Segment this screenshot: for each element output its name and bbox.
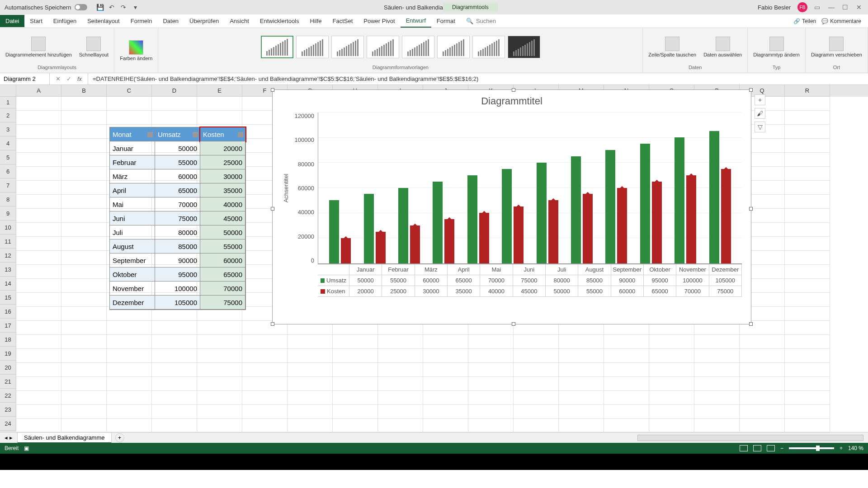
resize-handle[interactable] xyxy=(271,207,274,211)
cell[interactable] xyxy=(61,349,107,363)
bar-umsatz[interactable] xyxy=(571,156,581,263)
bar-group[interactable] xyxy=(571,156,593,263)
cell[interactable] xyxy=(559,377,604,391)
table-cell[interactable]: 35000 xyxy=(200,183,245,197)
table-cell[interactable]: 20000 xyxy=(200,141,245,155)
row-header[interactable]: 12 xyxy=(0,249,16,263)
cell[interactable] xyxy=(16,181,61,195)
cell[interactable] xyxy=(107,111,152,125)
table-cell[interactable]: März xyxy=(110,169,155,183)
table-cell[interactable]: Januar xyxy=(110,141,155,155)
comments-button[interactable]: 💬 Kommentare xyxy=(821,18,861,24)
minimize-icon[interactable]: — xyxy=(828,4,835,11)
bar-group[interactable] xyxy=(709,131,731,263)
tab-einfuegen[interactable]: Einfügen xyxy=(48,15,82,27)
cell[interactable] xyxy=(61,293,107,307)
cell[interactable] xyxy=(514,377,559,391)
bar-group[interactable] xyxy=(675,137,696,263)
cell[interactable] xyxy=(152,111,197,125)
cell[interactable] xyxy=(514,391,559,405)
row-header[interactable]: 24 xyxy=(0,417,16,431)
table-cell[interactable]: 100000 xyxy=(155,282,200,296)
horizontal-scrollbar[interactable] xyxy=(637,435,863,441)
cell[interactable] xyxy=(468,349,514,363)
tab-formeln[interactable]: Formeln xyxy=(125,15,158,27)
cell[interactable] xyxy=(16,111,61,125)
zoom-in-icon[interactable]: + xyxy=(840,445,843,451)
cell[interactable] xyxy=(785,363,830,377)
undo-icon[interactable]: ↶ xyxy=(108,4,115,11)
cell[interactable] xyxy=(16,391,61,405)
cell[interactable] xyxy=(107,321,152,335)
cell[interactable] xyxy=(61,251,107,265)
cell[interactable] xyxy=(694,405,740,419)
cell[interactable] xyxy=(152,405,197,419)
table-cell[interactable]: 50000 xyxy=(155,141,200,155)
chart-style-option[interactable] xyxy=(402,36,434,58)
cell[interactable] xyxy=(649,377,694,391)
cell[interactable] xyxy=(16,349,61,363)
chart-tools-tab[interactable]: Diagrammtools xyxy=(443,3,498,11)
resize-handle[interactable] xyxy=(271,322,274,326)
tab-start[interactable]: Start xyxy=(24,15,47,27)
bar-umsatz[interactable] xyxy=(467,175,477,263)
cell[interactable] xyxy=(694,363,740,377)
record-macro-icon[interactable]: ▣ xyxy=(24,445,29,451)
table-cell[interactable]: Dezember xyxy=(110,296,155,310)
bar-umsatz[interactable] xyxy=(640,144,650,263)
chart-style-option[interactable] xyxy=(296,36,329,58)
cell[interactable] xyxy=(16,97,61,111)
chart-data-table[interactable]: JanuarFebruarMärzAprilMaiJuniJuliAugustS… xyxy=(318,264,742,297)
table-cell[interactable]: 90000 xyxy=(155,253,200,267)
zoom-level[interactable]: 140 % xyxy=(848,445,863,451)
table-cell[interactable]: 45000 xyxy=(200,211,245,225)
select-all[interactable] xyxy=(0,85,16,97)
user-avatar[interactable]: FB xyxy=(797,2,807,12)
resize-handle[interactable] xyxy=(512,322,515,326)
cell[interactable] xyxy=(604,335,649,349)
cell[interactable] xyxy=(61,363,107,377)
cell[interactable] xyxy=(785,223,830,237)
cell[interactable] xyxy=(559,349,604,363)
zoom-slider[interactable] xyxy=(789,447,834,449)
tab-format[interactable]: Format xyxy=(431,15,461,27)
cell[interactable] xyxy=(514,335,559,349)
cell[interactable] xyxy=(242,419,288,433)
cell[interactable] xyxy=(649,419,694,433)
cell[interactable] xyxy=(785,139,830,153)
cell[interactable] xyxy=(604,419,649,433)
sheet-nav-next-icon[interactable]: ▸ xyxy=(9,434,13,441)
cell[interactable] xyxy=(197,419,242,433)
row-header[interactable]: 17 xyxy=(0,319,16,333)
cell[interactable] xyxy=(604,377,649,391)
cell[interactable] xyxy=(288,363,333,377)
cell[interactable] xyxy=(16,153,61,167)
cell[interactable] xyxy=(514,419,559,433)
select-data-button[interactable]: Daten auswählen xyxy=(702,35,744,59)
cell[interactable] xyxy=(694,377,740,391)
cell[interactable] xyxy=(468,419,514,433)
col-header[interactable]: R xyxy=(785,85,830,97)
cell[interactable] xyxy=(16,125,61,139)
close-icon[interactable]: ✕ xyxy=(856,4,863,11)
cell[interactable] xyxy=(423,377,468,391)
cell[interactable] xyxy=(649,391,694,405)
bar-umsatz[interactable] xyxy=(605,150,615,263)
cell[interactable] xyxy=(785,391,830,405)
cell[interactable] xyxy=(785,321,830,335)
cell[interactable] xyxy=(423,335,468,349)
cell[interactable] xyxy=(514,405,559,419)
table-cell[interactable]: 30000 xyxy=(200,169,245,183)
plot-area[interactable] xyxy=(318,113,742,264)
table-cell[interactable]: 50000 xyxy=(200,225,245,239)
filter-icon[interactable] xyxy=(238,132,243,137)
tab-ueberpruefen[interactable]: Überprüfen xyxy=(184,15,224,27)
tab-hilfe[interactable]: Hilfe xyxy=(305,15,327,27)
cell[interactable] xyxy=(61,195,107,209)
cell[interactable] xyxy=(16,279,61,293)
cell[interactable] xyxy=(61,181,107,195)
table-cell[interactable]: August xyxy=(110,239,155,253)
cell[interactable] xyxy=(197,111,242,125)
cell[interactable] xyxy=(333,335,378,349)
cell[interactable] xyxy=(61,377,107,391)
